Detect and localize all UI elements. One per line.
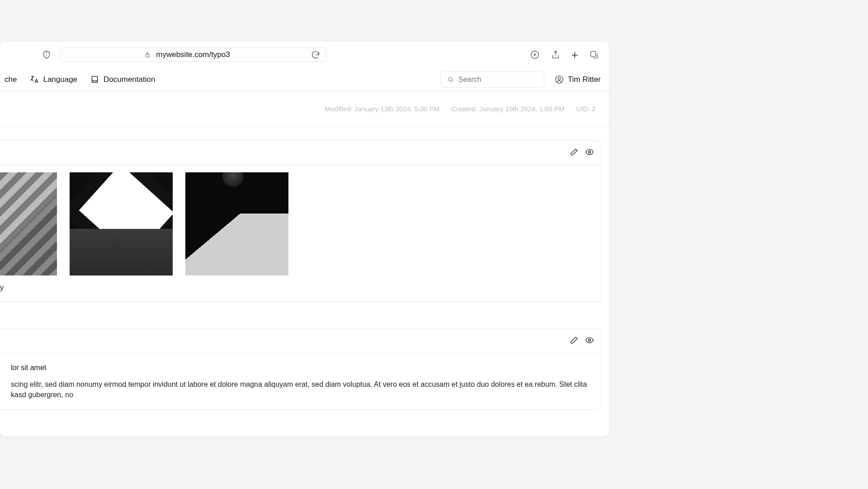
search-input[interactable] [458,76,538,84]
visibility-toggle[interactable] [585,336,594,347]
url-display: mywebsite.com/typo3 [66,50,307,60]
toolbar-item-label: Language [43,75,77,84]
book-icon [90,75,100,85]
text-title: lor sit amet [11,362,590,373]
user-name: Tim Ritter [568,75,601,84]
url-text: mywebsite.com/typo3 [156,50,230,59]
edit-button[interactable] [570,147,579,158]
svg-rect-0 [146,54,149,57]
edit-button[interactable] [570,336,579,347]
privacy-shield-icon[interactable] [42,50,52,60]
reload-icon[interactable] [311,50,321,60]
chrome-right: + [530,48,599,62]
user-circle-icon [554,75,564,85]
tab-overview-icon[interactable] [589,50,599,60]
svg-point-6 [589,151,591,153]
gallery-body: y [0,165,601,302]
gallery-image[interactable] [70,172,173,275]
search-icon [446,75,455,85]
browser-chrome: mywebsite.com/typo3 + [0,42,609,68]
meta-uid: UID: 2 [576,105,595,113]
user-menu[interactable]: Tim Ritter [554,75,601,85]
meta-modified: Modified: January 13th 2024, 5:00 PM [325,105,440,113]
content-area: y lor sit amet scing elitr, sed diam non… [0,127,609,410]
translate-icon [29,75,39,85]
cms-toolbar-right: Tim Ritter [440,71,601,88]
toolbar-item-language[interactable]: Language [29,75,77,85]
toolbar-item-documentation[interactable]: Documentation [90,75,155,85]
content-element-gallery: y [0,140,602,302]
gallery-caption-text: y [0,284,4,291]
content-element-text: lor sit amet scing elitr, sed diam nonum… [0,328,602,410]
panel-actions [0,141,601,165]
gallery-caption: y [0,275,601,292]
cms-toolbar: che Language Documentation [0,68,609,91]
visibility-toggle[interactable] [585,147,594,158]
text-paragraph: scing elitr, sed diam nonumy eirmod temp… [11,379,590,400]
downloads-icon[interactable] [530,50,540,60]
page-meta-row: Modified: January 13th 2024, 5:00 PM Cre… [0,91,609,127]
svg-rect-2 [591,52,596,57]
toolbar-item-label: Documentation [104,75,155,84]
lock-icon [142,50,152,60]
svg-point-5 [558,77,561,80]
url-bar[interactable]: mywebsite.com/typo3 [60,47,326,62]
text-body: lor sit amet scing elitr, sed diam nonum… [0,353,601,409]
browser-window: mywebsite.com/typo3 + che [0,42,609,436]
svg-point-7 [589,339,591,341]
cms-toolbar-left: che Language Documentation [8,75,155,85]
meta-created: Created: January 10th 2024, 1:00 PM [451,105,564,113]
toolbar-item-truncated[interactable]: che [5,75,17,84]
toolbar-item-label: che [5,75,17,84]
share-icon[interactable] [551,50,561,60]
svg-point-3 [448,77,452,81]
new-tab-button[interactable]: + [571,48,578,62]
panel-actions [0,329,601,353]
search-box[interactable] [440,71,544,88]
gallery-image[interactable] [185,172,288,275]
gallery-row [0,172,601,275]
gallery-image[interactable] [0,172,57,275]
chrome-left: mywebsite.com/typo3 [10,47,326,62]
